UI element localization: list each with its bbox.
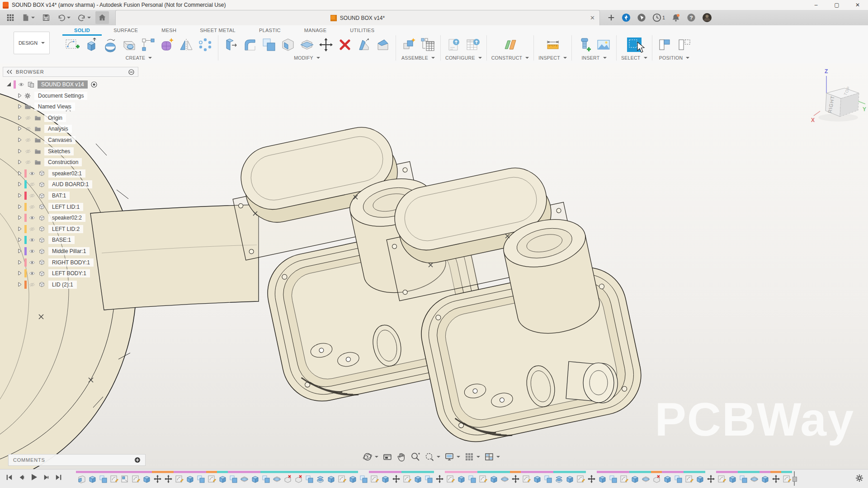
timeline-feature-8[interactable] xyxy=(163,471,174,484)
file-menu-icon[interactable] xyxy=(19,11,38,24)
fillet-icon[interactable] xyxy=(242,37,258,53)
tree-item-aud-board-1[interactable]: AUD BOARD:1 xyxy=(17,179,92,189)
timeline-feature-4[interactable] xyxy=(119,471,130,484)
timeline-feature-41[interactable] xyxy=(521,471,532,484)
workspace-selector[interactable]: DESIGN xyxy=(14,32,50,54)
app-launcher-icon[interactable] xyxy=(4,11,17,24)
timeline-feature-37[interactable] xyxy=(477,471,488,484)
new-tab-icon[interactable] xyxy=(607,14,615,22)
tree-item-label[interactable]: AUD BOARD:1 xyxy=(48,180,92,188)
timeline-feature-22[interactable] xyxy=(315,471,326,484)
timeline-feature-32[interactable] xyxy=(423,471,434,484)
mirror-icon[interactable] xyxy=(178,37,194,53)
maximize-button[interactable]: ▢ xyxy=(826,0,847,10)
hole-icon[interactable] xyxy=(121,37,137,53)
timeline-feature-21[interactable] xyxy=(304,471,315,484)
rectangular-pattern-icon[interactable] xyxy=(140,37,156,53)
visibility-off-icon[interactable] xyxy=(24,115,33,121)
timeline-feature-14[interactable] xyxy=(228,471,239,484)
visibility-off-icon[interactable] xyxy=(28,226,37,232)
revert-position-icon[interactable] xyxy=(676,37,692,53)
timeline-feature-27[interactable] xyxy=(369,471,380,484)
expand-arrow-icon[interactable] xyxy=(17,249,23,254)
expand-arrow-icon[interactable] xyxy=(17,215,23,221)
step-forward-button[interactable] xyxy=(42,474,50,481)
tree-item-label[interactable]: Sketches xyxy=(44,147,74,155)
tree-item-label[interactable]: Canvases xyxy=(44,136,75,144)
grid-settings-icon[interactable] xyxy=(464,452,480,462)
timeline-feature-15[interactable] xyxy=(239,471,250,484)
visibility-off-icon[interactable] xyxy=(28,282,37,288)
expand-arrow-icon[interactable] xyxy=(17,182,23,187)
browser-panel-header[interactable]: BROWSER xyxy=(3,67,138,77)
timeline-feature-16[interactable] xyxy=(250,471,260,484)
home-icon[interactable] xyxy=(95,11,109,24)
timeline-feature-39[interactable] xyxy=(499,471,510,484)
move-icon[interactable] xyxy=(318,37,334,53)
go-to-end-button[interactable] xyxy=(55,474,62,481)
timeline-feature-36[interactable] xyxy=(467,471,477,484)
configuration-table-icon[interactable] xyxy=(465,37,481,53)
timeline-feature-28[interactable] xyxy=(380,471,391,484)
tree-item-speaker02-1[interactable]: speaker02:1 xyxy=(17,169,85,178)
activate-component-radio[interactable] xyxy=(91,81,97,88)
expand-arrow-icon[interactable] xyxy=(17,226,23,232)
joint-table-icon[interactable] xyxy=(420,37,436,53)
timeline-feature-1[interactable] xyxy=(87,471,98,484)
tree-item-label[interactable]: BAT:1 xyxy=(48,192,70,200)
timeline-feature-42[interactable] xyxy=(532,471,542,484)
create-sketch-icon[interactable] xyxy=(64,37,80,53)
expand-arrow-icon[interactable] xyxy=(17,104,23,109)
timeline-feature-48[interactable] xyxy=(597,471,608,484)
step-back-button[interactable] xyxy=(18,474,25,481)
timeline-feature-12[interactable] xyxy=(206,471,217,484)
document-tab[interactable]: SOUND BOX v14* ✕ xyxy=(115,10,600,26)
display-settings-icon[interactable] xyxy=(444,452,460,462)
ribbon-group-label[interactable]: CREATE xyxy=(126,55,152,61)
tree-item-named-views[interactable]: Named Views xyxy=(17,102,75,112)
timeline-feature-20[interactable] xyxy=(293,471,304,484)
timeline-feature-56[interactable] xyxy=(684,471,694,484)
timeline-feature-45[interactable] xyxy=(564,471,575,484)
ribbon-group-label[interactable]: ASSEMBLE xyxy=(401,55,435,61)
play-button[interactable] xyxy=(30,473,38,481)
timeline-feature-18[interactable] xyxy=(271,471,282,484)
timeline-feature-46[interactable] xyxy=(575,471,586,484)
close-button[interactable]: ✕ xyxy=(847,0,868,10)
configuration-icon[interactable] xyxy=(446,37,462,53)
expand-arrow-icon[interactable] xyxy=(17,260,23,265)
extensions-icon[interactable] xyxy=(622,13,631,22)
ribbon-tab-sheet-metal[interactable]: SHEET METAL xyxy=(188,26,247,36)
timeline-feature-51[interactable] xyxy=(629,471,640,484)
tree-item-left-body-1[interactable]: LEFT BODY:1 xyxy=(17,268,90,278)
timeline-feature-57[interactable] xyxy=(694,471,705,484)
tree-item-label[interactable]: Construction xyxy=(44,158,82,166)
timeline-feature-38[interactable] xyxy=(488,471,499,484)
help-icon[interactable]: ? xyxy=(687,13,696,22)
expand-arrow-icon[interactable] xyxy=(17,93,23,99)
timeline-feature-47[interactable] xyxy=(586,471,597,484)
timeline-feature-59[interactable] xyxy=(716,471,727,484)
visibility-on-icon[interactable] xyxy=(28,170,37,177)
tree-item-sound-box-v14[interactable]: SOUND BOX v14 xyxy=(6,80,97,89)
tree-item-label[interactable]: Document Settings xyxy=(34,92,87,100)
visibility-on-icon[interactable] xyxy=(28,215,37,221)
timeline-feature-2[interactable] xyxy=(98,471,108,484)
chamfer-icon[interactable] xyxy=(375,37,391,53)
visibility-on-icon[interactable] xyxy=(28,237,37,243)
view-cube[interactable]: Z Y X RIGHT TOP xyxy=(808,67,868,126)
timeline-feature-60[interactable] xyxy=(727,471,738,484)
visibility-off-icon[interactable] xyxy=(28,192,37,199)
tree-item-label[interactable]: Middle Pillar:1 xyxy=(48,247,90,255)
timeline-feature-62[interactable] xyxy=(749,471,760,484)
combine-icon[interactable] xyxy=(261,37,277,53)
tree-item-canvases[interactable]: Canvases xyxy=(17,135,75,145)
timeline-feature-63[interactable] xyxy=(760,471,770,484)
pan-icon[interactable] xyxy=(396,452,406,462)
press-pull-icon[interactable] xyxy=(223,37,239,53)
construction-plane-icon[interactable] xyxy=(502,37,519,53)
insert-fastener-icon[interactable] xyxy=(576,37,593,53)
expand-arrow-icon[interactable] xyxy=(17,237,23,243)
expand-arrow-icon[interactable] xyxy=(17,115,23,121)
expand-arrow-icon[interactable] xyxy=(17,204,23,210)
